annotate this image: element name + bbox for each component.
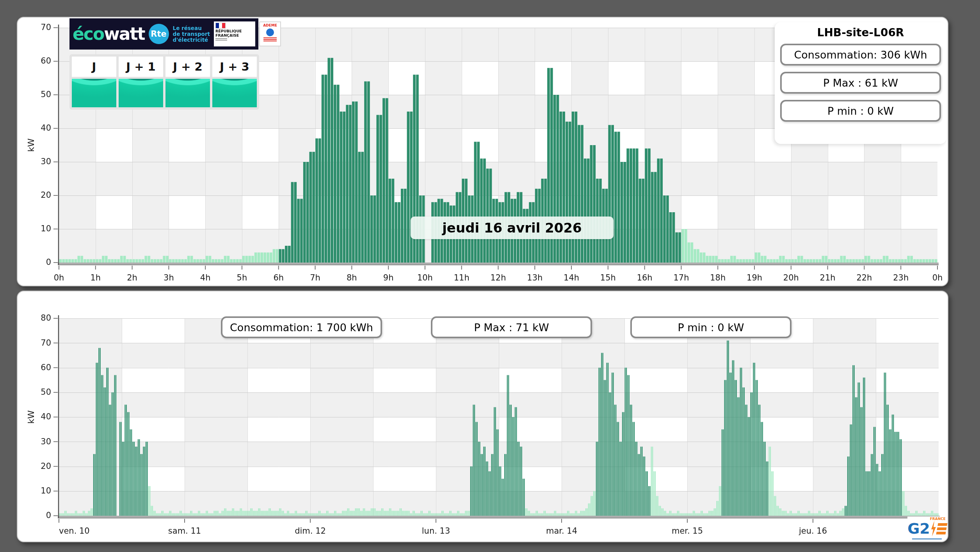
weekly-consumption-stat: Consommation: 1 700 kWh [221,316,382,338]
ecowatt-green-signal-icon [72,79,116,107]
ademe-logo: ADEME [259,21,281,46]
g2e-brand-text: G2 [907,521,930,536]
daily-chart-panel: écowatt Rte Le réseau de transport d'éle… [17,17,948,286]
date-label: jeudi 16 avril 2026 [411,217,614,239]
weekly-chart-panel: Consommation: 1 700 kWh P Max : 71 kW P … [17,291,948,542]
day-button-j2[interactable]: J + 2 [165,57,210,107]
ecowatt-green-signal-icon [119,79,163,107]
g2e-e-glyph [936,523,947,534]
page: { "page": {"background": "#5c5c5c"}, "he… [0,0,980,552]
day-button-j1[interactable]: J + 1 [119,57,163,107]
daily-consumption-stat: Consommation: 306 kWh [780,44,941,66]
g2elab-logo: FRANCE G2 [907,517,946,541]
day-button-j[interactable]: J [72,57,116,107]
republique-francaise-logo: RÉPUBLIQUE FRANÇAISE [214,21,255,46]
day-button-j3[interactable]: J + 3 [212,57,257,107]
ecowatt-green-signal-icon [212,79,257,107]
g2e-france-label: FRANCE [930,517,946,521]
ecowatt-green-signal-icon [165,79,210,107]
ademe-globe-icon [266,28,274,36]
g2e-tagline-line [912,538,942,540]
french-flag-icon [215,23,226,28]
site-stats-panel: LHB-site-L06R Consommation: 306 kWh P Ma… [775,22,946,144]
ecowatt-wordmark: écowatt [73,25,145,43]
rte-logo-icon: Rte [149,24,169,44]
weekly-pmax-stat: P Max : 71 kW [431,316,592,338]
ecowatt-day-buttons: J J + 1 J + 2 J + 3 [69,54,259,110]
ecowatt-watt-text: watt [104,24,144,44]
ecowatt-eco-text: éco [73,24,104,44]
lightning-bolt-icon [931,521,936,536]
ecowatt-logo: écowatt Rte Le réseau de transport d'éle… [69,18,258,50]
motto-lines [215,38,254,41]
weekly-pmin-stat: P min : 0 kW [630,316,791,338]
daily-pmax-stat: P Max : 61 kW [780,72,941,94]
site-name: LHB-site-L06R [775,26,946,39]
rte-baseline: Le réseau de transport d'électricité [173,25,210,43]
daily-pmin-stat: P min : 0 kW [780,100,941,122]
